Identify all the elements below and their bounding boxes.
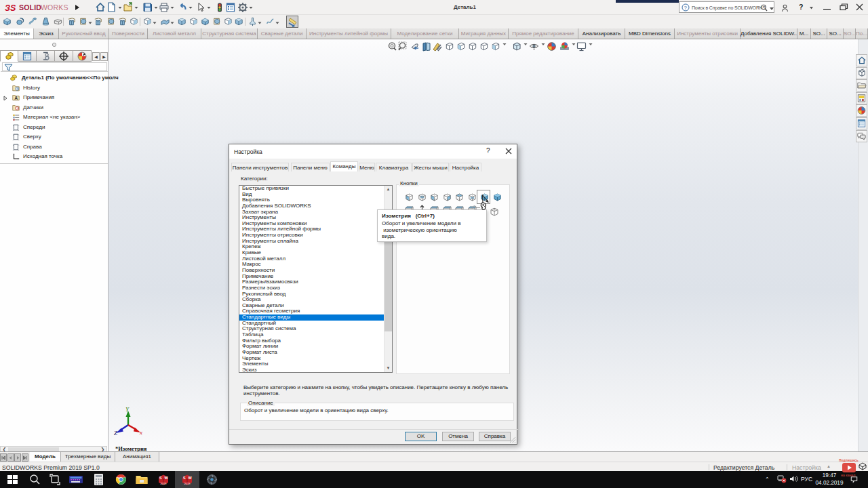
svg-text:Z: Z xyxy=(114,430,118,436)
svg-text:ЗS: ЗS xyxy=(5,3,16,13)
svg-text:2019: 2019 xyxy=(184,482,191,485)
svg-text:W: W xyxy=(165,476,169,480)
svg-text:WORKS: WORKS xyxy=(41,3,68,12)
svg-text:S: S xyxy=(183,476,186,480)
svg-text:x: x xyxy=(139,429,142,436)
svg-text:SOLID: SOLID xyxy=(19,3,41,12)
svg-text:W: W xyxy=(189,476,193,480)
svg-text:2019: 2019 xyxy=(161,482,167,485)
svg-text:S: S xyxy=(159,476,162,480)
svg-text:Y: Y xyxy=(125,406,130,413)
svg-text:A: A xyxy=(14,96,18,100)
svg-text:?: ? xyxy=(684,5,688,11)
